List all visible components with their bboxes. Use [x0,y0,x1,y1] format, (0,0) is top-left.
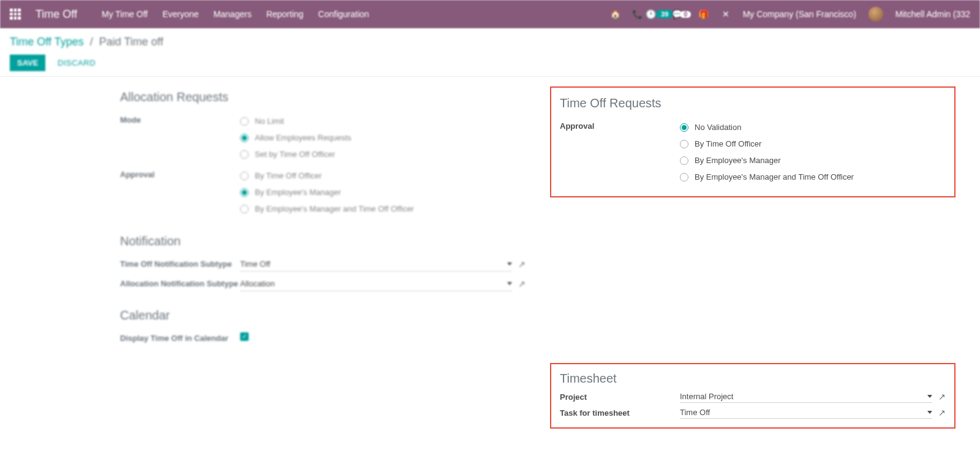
external-link-icon[interactable]: ↗ [518,279,526,289]
external-link-icon[interactable]: ↗ [938,408,946,418]
time-off-requests-box: Time Off Requests Approval No Validation… [550,86,956,197]
app-brand[interactable]: Time Off [36,8,77,21]
nav-menu: My Time Off Everyone Managers Reporting … [102,9,369,19]
mode-no-limit[interactable]: No Limit [240,113,526,129]
apps-icon[interactable] [10,9,21,20]
save-button[interactable]: SAVE [10,55,45,71]
notif-timeoff-select[interactable]: Time Off [240,257,512,272]
section-calendar: Calendar [120,308,526,323]
alloc-approval-both[interactable]: By Employee's Manager and Time Off Offic… [240,201,526,217]
discuss-icon[interactable]: 💬0 [677,9,687,19]
alloc-approval-officer[interactable]: By Time Off Officer [240,167,526,184]
timesheet-box: Timesheet Project Internal Project ↗ Tas… [550,363,956,429]
breadcrumb-parent[interactable]: Time Off Types [10,36,84,48]
home-icon[interactable]: 🏠 [611,9,620,19]
notif-alloc-label: Allocation Notification Subtype [120,277,240,288]
discard-button[interactable]: DISCARD [50,55,103,71]
nav-configuration[interactable]: Configuration [318,9,369,19]
activity-icon[interactable]: 🕐39 [655,9,665,19]
section-allocation: Allocation Requests [120,90,526,104]
form-body: Allocation Requests Mode No Limit Allow … [0,77,980,441]
activity-badge: 39 [656,10,673,18]
company-switcher[interactable]: My Company (San Francisco) [743,9,856,19]
user-name[interactable]: Mitchell Admin (332 [895,9,970,19]
req-approval-both[interactable]: By Employee's Manager and Time Off Offic… [680,169,946,185]
alloc-approval-manager[interactable]: By Employee's Manager [240,184,526,201]
ts-task-label: Task for timesheet [560,408,680,418]
chevron-down-icon [507,282,512,285]
avatar[interactable] [869,7,883,21]
external-link-icon[interactable]: ↗ [938,392,946,402]
req-approval-manager[interactable]: By Employee's Manager [680,152,946,169]
display-calendar-checkbox[interactable]: ✓ [240,332,249,341]
ts-project-label: Project [560,392,680,402]
chevron-down-icon [507,262,512,265]
external-link-icon[interactable]: ↗ [518,259,526,269]
nav-everyone[interactable]: Everyone [162,9,198,19]
close-icon[interactable]: ✕ [721,9,731,19]
nav-my-time-off[interactable]: My Time Off [102,9,148,19]
control-bar: Time Off Types / Paid Time off SAVE DISC… [0,28,980,77]
req-approval-label: Approval [560,119,680,131]
navbar: Time Off My Time Off Everyone Managers R… [0,0,980,28]
alloc-approval-label: Approval [120,167,240,179]
ts-task-select[interactable]: Time Off [680,407,932,419]
breadcrumb-current: Paid Time off [99,36,164,48]
req-approval-none[interactable]: No Validation [680,119,946,136]
req-approval-officer[interactable]: By Time Off Officer [680,136,946,152]
notif-alloc-select[interactable]: Allocation [240,277,512,291]
section-timesheet: Timesheet [560,372,946,386]
left-column: Allocation Requests Mode No Limit Allow … [120,86,526,441]
gift-icon[interactable]: 🎁 [699,9,709,19]
ts-project-select[interactable]: Internal Project [680,391,932,403]
mode-allow-employees[interactable]: Allow Employees Requests [240,129,526,146]
nav-right: 🏠 📞 🕐39 💬0 🎁 ✕ My Company (San Francisco… [611,7,970,21]
mode-label: Mode [120,113,240,124]
discuss-badge: 0 [680,11,691,18]
section-notification: Notification [120,234,526,248]
chevron-down-icon [927,411,932,414]
section-time-off-requests: Time Off Requests [560,96,946,110]
mode-set-officer[interactable]: Set by Time Off Officer [240,146,526,162]
nav-reporting[interactable]: Reporting [266,9,304,19]
right-column: Time Off Requests Approval No Validation… [550,86,956,441]
display-calendar-label: Display Time Off in Calendar [120,331,240,343]
breadcrumb: Time Off Types / Paid Time off [10,36,970,48]
chevron-down-icon [927,395,932,398]
phone-icon[interactable]: 📞 [633,9,643,19]
nav-managers[interactable]: Managers [213,9,251,19]
notif-timeoff-label: Time Off Notification Subtype [120,257,240,269]
